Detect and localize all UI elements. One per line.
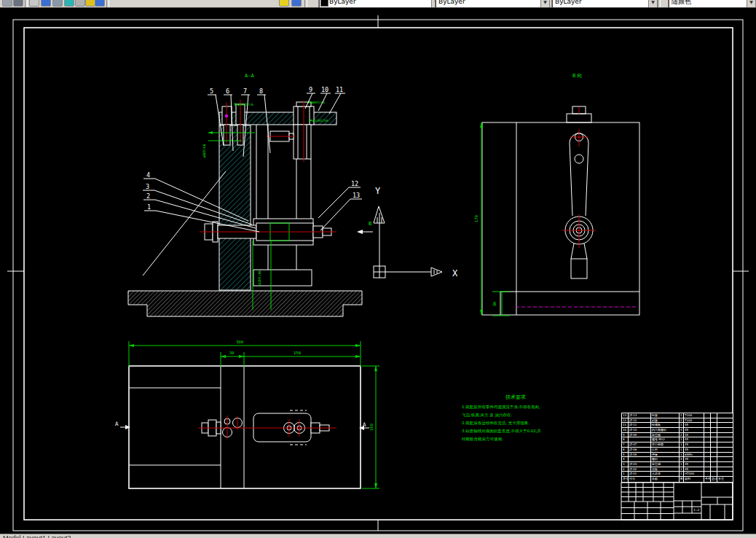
part-callouts: 1 2 3 4 5 6 7 8 [143,86,362,232]
bom-cell-name: 压板 [651,467,680,472]
bom-cell-name: 螺母 M12 [651,437,680,442]
bom-cell-remark [717,467,733,472]
bom-cell-no: 8 [622,437,629,442]
bom-cell-name: 钻套 [651,413,680,418]
bom-cell-material: 45 [684,448,704,452]
bom-header-code: 代号 [629,477,651,482]
bom-cell-remark [717,428,733,432]
chevron-down-icon[interactable]: ▼ [747,0,755,7]
callout-6: 6 [226,87,229,95]
toolbar-icon-match[interactable] [279,0,289,7]
bom-cell-weight-total [711,462,717,467]
toolbar-icon-layer[interactable] [41,0,51,7]
note-line: 2.装配后各运动件应灵活, 无卡滞现象. [462,419,586,427]
table-row: 8 螺母 M12 1 45 [622,437,733,443]
lineweight-combobox-value: ByLayer [555,0,582,5]
bom-cell-no: 11 [622,423,629,427]
toolbar-icon-open[interactable] [85,0,95,7]
section-view-label: A-A [245,73,254,79]
bom-cell-code: JZ-05 [629,453,651,457]
callout-10: 10 [321,86,328,93]
callout-1: 1 [147,203,151,211]
toolbar-icon-save[interactable] [95,0,105,7]
fit-top-label: φ10H7/r6 [237,103,253,106]
bom-cell-name: 拉杆 [651,448,680,452]
callout-5: 5 [210,87,213,95]
toolbar-icon-properties[interactable] [75,0,85,7]
bom-cell-weight-total [711,418,717,423]
bom-header-name: 名称 [651,477,680,482]
fit-shaft-label: φ12H7/k6 [258,270,261,286]
callout-11: 11 [336,86,343,93]
toolbar-icon-new[interactable] [2,0,12,7]
callout-3: 3 [146,183,149,190]
bom-cell-weight-unit [704,433,711,437]
bom-header-weight-unit: 单件 [704,477,711,482]
table-row: 2 JZ-02 压板 1 45 [622,467,733,472]
chevron-down-icon[interactable]: ▼ [648,0,657,7]
plotstyle-combobox-value: 随颜色 [672,0,691,5]
bom-cell-name: 内六角螺钉 [651,428,680,432]
layout-tab-strip[interactable]: Model Layout1 Layout2 [0,534,756,538]
b-direction-view: B向 [474,73,639,316]
bom-cell-code: JZ-01 [629,472,651,476]
bom-cell-no: 1 [622,472,629,476]
bom-cell-remark [717,462,733,467]
table-row: 13 JZ-13 钻套 2 T10A [622,413,733,418]
chevron-down-icon[interactable]: ▼ [540,0,549,7]
plotstyle-combobox[interactable]: 随颜色 ▼ [668,0,756,8]
toolbar-icon-pan[interactable] [52,0,63,7]
toolbar-icon-block[interactable] [291,0,302,7]
bom-cell-remark [717,433,733,437]
b-view-label: B向 [572,73,583,79]
toolbar-separator [658,0,661,7]
bom-cell-weight-total [711,433,717,437]
bom-cell-no: 6 [622,448,629,452]
parts-list-rows: 13 JZ-13 钻套 2 T10A 12 JZ-12 衬套 2 T10A [622,413,733,477]
callout-7: 7 [243,87,247,95]
bom-cell-weight-total [711,413,717,418]
bom-cell-material: 35 [684,457,704,461]
toolbar-icon-undo[interactable] [29,0,39,7]
bom-cell-no: 2 [622,467,629,472]
bom-header-weight-total: 总计 [711,477,717,482]
bom-cell-material: 45 [684,467,704,472]
bom-cell-weight-unit [704,423,711,427]
color-combobox[interactable]: ByLayer ▼ [318,0,441,8]
bom-cell-name: 螺钉 [651,457,680,461]
ucs-y-label: Y [375,186,381,196]
a-marker-left: A [115,421,119,427]
table-row: 12 JZ-12 衬套 2 T10A [622,418,733,424]
bom-cell-remark [717,423,733,427]
bom-cell-no: 9 [622,433,629,437]
toolbar-icon-zoom[interactable] [64,0,74,7]
bom-cell-material: 45 [684,443,704,447]
bom-cell-no: 4 [622,457,629,461]
bom-cell-weight-unit [704,437,711,442]
bom-cell-weight-total [711,437,717,442]
note-line: 经检验合格后方可使用. [462,435,586,443]
bom-cell-no: 5 [622,453,629,457]
technical-notes: 技术要求 1.装配前所有零件均需清洗干净,不得有毛刺, 飞边,铁屑,灰尘 及 油… [462,394,586,443]
bom-cell-no: 12 [622,418,629,423]
magenta-marker-dot [225,114,228,117]
bom-cell-material: 45 [684,462,704,467]
bom-cell-weight-total [711,467,717,472]
toolbar-separator [25,0,28,7]
bom-cell-name: 衬套 [651,418,680,423]
bom-cell-no: 10 [622,428,629,432]
bom-cell-remark [717,413,733,418]
bom-cell-weight-total [711,457,717,461]
bom-cell-name: 定位轴 [651,462,680,467]
bom-cell-material: 45 [684,433,704,437]
bom-cell-remark [717,448,733,452]
lineweight-combobox[interactable]: ByLayer ▼ [551,0,658,8]
callout-8: 8 [259,87,263,95]
column-section [219,125,251,290]
layout-tabs[interactable]: Model Layout1 Layout2 [3,534,71,538]
bom-cell-material: T10A [684,413,704,418]
note-line: 飞边,铁屑,灰尘 及 油污存在. [462,411,586,419]
toolbar-icon-print[interactable] [13,0,23,7]
bom-cell-code: JZ-02 [629,467,651,472]
linetype-combobox[interactable]: ByLayer ▼ [435,0,550,8]
